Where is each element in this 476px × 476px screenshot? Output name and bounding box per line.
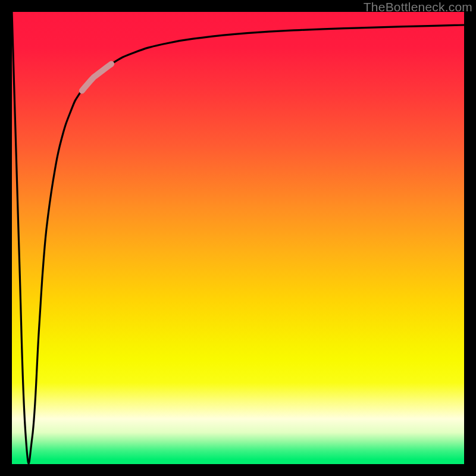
chart-svg: [12, 12, 464, 464]
curve-line: [12, 12, 464, 464]
chart-frame: TheBottleneck.com: [0, 0, 476, 476]
attribution-text: TheBottleneck.com: [364, 0, 472, 14]
chart-plot-area: [12, 12, 464, 464]
curve-highlight-segment: [82, 64, 111, 90]
